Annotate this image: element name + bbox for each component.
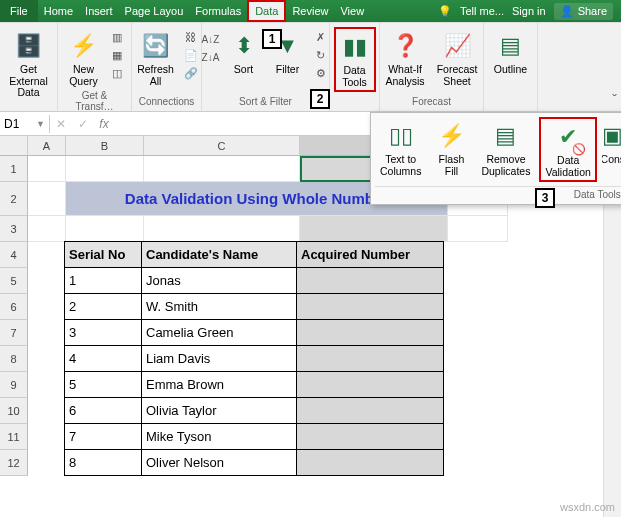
data-validation-button[interactable]: ✔🚫 Data Validation [539,117,596,182]
properties-icon[interactable]: 📄 [183,47,199,63]
tab-home[interactable]: Home [38,0,79,22]
collapse-ribbon-icon[interactable]: ˇ [612,92,617,108]
refresh-all-button[interactable]: 🔄 Refresh All [132,27,179,90]
name-box[interactable]: D1 ▼ [0,115,50,133]
cell[interactable] [443,397,503,424]
reapply-icon[interactable]: ↻ [313,47,329,63]
serial-cell[interactable]: 6 [64,397,142,424]
row-header[interactable]: 7 [0,320,28,346]
row-header[interactable]: 1 [0,156,28,182]
recent-sources-icon[interactable]: ◫ [109,65,125,81]
cell[interactable] [66,156,144,182]
connections-icon[interactable]: ⛓ [183,29,199,45]
cell[interactable] [27,449,65,476]
serial-cell[interactable]: 1 [64,267,142,294]
file-tab[interactable]: File [0,0,38,22]
remove-duplicates-button[interactable]: ▤ Remove Duplicates [476,117,535,182]
cell[interactable] [443,293,503,320]
name-cell[interactable]: Emma Brown [141,371,297,398]
cell[interactable] [28,156,66,182]
outline-button[interactable]: ▤ Outline [489,27,532,79]
cell[interactable] [28,182,66,216]
cell[interactable] [144,156,300,182]
acquired-cell[interactable] [296,449,444,476]
cell[interactable] [28,216,66,242]
col-header-a[interactable]: A [28,136,66,155]
cell[interactable] [27,371,65,398]
serial-cell[interactable]: 2 [64,293,142,320]
cell[interactable] [27,267,65,294]
serial-cell[interactable]: 7 [64,423,142,450]
name-cell[interactable]: Liam Davis [141,345,297,372]
forecast-sheet-button[interactable]: 📈 Forecast Sheet [432,27,483,90]
consolidate-button[interactable]: ▣ Cons [601,117,621,182]
from-table-icon[interactable]: ▦ [109,47,125,63]
row-header[interactable]: 11 [0,424,28,450]
name-cell[interactable]: Jonas [141,267,297,294]
cell[interactable] [27,397,65,424]
name-cell[interactable]: Oliver Nelson [141,449,297,476]
name-cell[interactable]: Olivia Taylor [141,397,297,424]
name-cell[interactable]: Mike Tyson [141,423,297,450]
acquired-cell[interactable] [296,319,444,346]
acquired-cell[interactable] [296,371,444,398]
select-all-corner[interactable] [0,136,28,155]
whatif-button[interactable]: ❓ What-If Analysis [381,27,430,90]
sort-za-icon[interactable]: Z↓A [203,49,219,65]
cell[interactable] [448,216,508,242]
serial-cell[interactable]: 8 [64,449,142,476]
tab-view[interactable]: View [334,0,370,22]
share-button[interactable]: 👤 Share [554,3,613,20]
tab-pagelayout[interactable]: Page Layou [119,0,190,22]
get-external-data-button[interactable]: 🗄️ Get External Data [4,27,53,102]
col-header-c[interactable]: C [144,136,300,155]
signin-link[interactable]: Sign in [512,5,546,17]
cell[interactable] [443,319,503,346]
row-header[interactable]: 8 [0,346,28,372]
name-box-dropdown-icon[interactable]: ▼ [36,119,45,129]
cell[interactable] [27,319,65,346]
row-header[interactable]: 9 [0,372,28,398]
row-header[interactable]: 3 [0,216,28,242]
tellme-label[interactable]: Tell me... [460,5,504,17]
tab-formulas[interactable]: Formulas [189,0,247,22]
acquired-cell[interactable] [296,293,444,320]
sort-az-icon[interactable]: A↓Z [203,31,219,47]
clear-filter-icon[interactable]: ✗ [313,29,329,45]
cell[interactable] [27,345,65,372]
name-cell[interactable]: W. Smith [141,293,297,320]
name-cell[interactable]: Camelia Green [141,319,297,346]
cell[interactable] [27,293,65,320]
cell[interactable] [443,371,503,398]
row-header[interactable]: 12 [0,450,28,476]
header-serial[interactable]: Serial No [64,241,142,268]
cell[interactable] [27,423,65,450]
cell[interactable] [443,345,503,372]
sort-button[interactable]: ⬍ Sort [223,27,265,79]
serial-cell[interactable]: 4 [64,345,142,372]
row-header[interactable]: 2 [0,182,28,216]
serial-cell[interactable]: 3 [64,319,142,346]
row-header[interactable]: 5 [0,268,28,294]
cell[interactable] [27,241,65,268]
acquired-cell[interactable] [296,267,444,294]
cell[interactable] [443,267,503,294]
show-queries-icon[interactable]: ▥ [109,29,125,45]
cell[interactable] [66,216,144,242]
tab-review[interactable]: Review [286,0,334,22]
tab-data[interactable]: Data [247,0,286,22]
header-name[interactable]: Candidate's Name [141,241,297,268]
new-query-button[interactable]: ⚡ New Query [63,27,105,90]
acquired-cell[interactable] [296,345,444,372]
acquired-cell[interactable] [296,397,444,424]
flash-fill-button[interactable]: ⚡ Flash Fill [430,117,472,182]
cell[interactable] [443,241,503,268]
row-header[interactable]: 6 [0,294,28,320]
fx-icon[interactable]: fx [94,117,114,131]
serial-cell[interactable]: 5 [64,371,142,398]
cell[interactable] [300,216,448,242]
advanced-filter-icon[interactable]: ⚙ [313,65,329,81]
edit-links-icon[interactable]: 🔗 [183,65,199,81]
tab-insert[interactable]: Insert [79,0,119,22]
acquired-cell[interactable] [296,423,444,450]
